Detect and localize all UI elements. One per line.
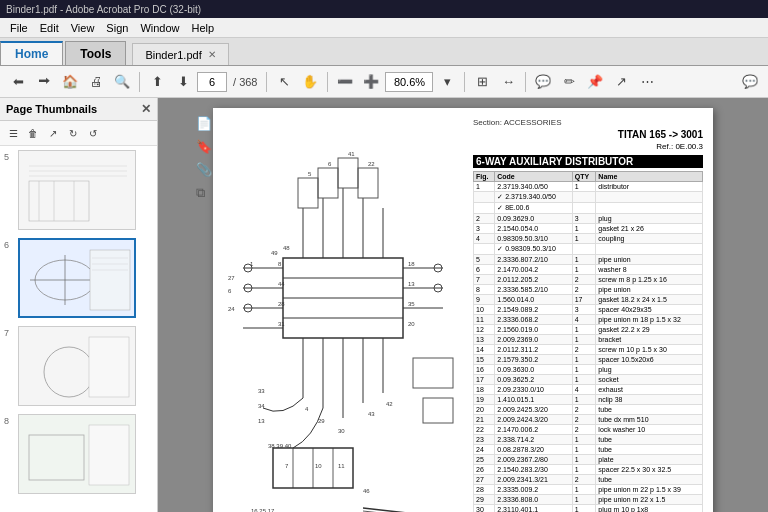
svg-text:10: 10 <box>315 463 322 469</box>
svg-text:34: 34 <box>258 403 265 409</box>
col-qty: QTY <box>572 172 596 182</box>
svg-text:5: 5 <box>308 171 312 177</box>
menu-edit[interactable]: Edit <box>34 22 65 34</box>
zoom-out-icon[interactable]: ➖ <box>333 70 357 94</box>
table-row: 262.1540.283.2/301spacer 22.5 x 30 x 32.… <box>474 465 703 475</box>
table-row: 292.3336.808.01pipe union m 22 x 1.5 <box>474 495 703 505</box>
menu-bar: File Edit View Sign Window Help <box>0 18 768 38</box>
tab-tools[interactable]: Tools <box>65 41 126 65</box>
svg-rect-57 <box>358 168 378 198</box>
table-row: 12.3719.340.0/501distributor <box>474 182 703 192</box>
hand-icon[interactable]: ✋ <box>298 70 322 94</box>
thumbnail-5[interactable]: 5 <box>4 150 153 230</box>
table-row: 202.009.2425.3/202tube <box>474 405 703 415</box>
thumbnail-img-6[interactable] <box>18 238 136 318</box>
separator-3 <box>327 72 328 92</box>
pointer-icon[interactable]: ↖ <box>272 70 296 94</box>
sidebar-header: Page Thumbnails ✕ <box>0 98 157 121</box>
svg-text:29: 29 <box>318 418 325 424</box>
chat-icon[interactable]: 💬 <box>738 70 762 94</box>
svg-text:43: 43 <box>368 411 375 417</box>
layers-icon[interactable]: ⧉ <box>196 185 212 201</box>
section-label: Section: ACCESSORIES <box>473 118 703 127</box>
fit-page-icon[interactable]: ⊞ <box>470 70 494 94</box>
menu-help[interactable]: Help <box>186 22 221 34</box>
pdf-page: 📄 🔖 📎 ⧉ <box>213 108 713 512</box>
tab-file[interactable]: Binder1.pdf ✕ <box>132 43 228 65</box>
svg-text:24: 24 <box>228 306 235 312</box>
svg-text:38 39 40: 38 39 40 <box>268 443 292 449</box>
tab-home[interactable]: Home <box>0 41 63 65</box>
sidebar-extract-icon[interactable]: ↗ <box>44 124 62 142</box>
search-icon[interactable]: 🔍 <box>110 70 134 94</box>
svg-text:11: 11 <box>338 463 345 469</box>
sidebar-rotate-cw-icon[interactable]: ↻ <box>64 124 82 142</box>
distributor-title: 6-WAY AUXILIARY DISTRIBUTOR <box>473 155 703 168</box>
menu-sign[interactable]: Sign <box>100 22 134 34</box>
svg-rect-48 <box>423 398 453 423</box>
thumbnail-img-5[interactable] <box>18 150 136 230</box>
forward-icon[interactable]: ⮕ <box>32 70 56 94</box>
sidebar-thumbnails: 5 6 <box>0 146 157 512</box>
thumbnail-img-7[interactable] <box>18 326 136 406</box>
comment-icon[interactable]: 💬 <box>531 70 555 94</box>
table-row: ✓ 8E.00.6 <box>474 203 703 214</box>
table-row: 32.1540.054.01gasket 21 x 26 <box>474 224 703 234</box>
zoom-in-icon[interactable]: ➕ <box>359 70 383 94</box>
highlight-icon[interactable]: ✏ <box>557 70 581 94</box>
svg-rect-54 <box>298 178 318 208</box>
svg-text:33: 33 <box>258 388 265 394</box>
attachment-icon[interactable]: 📎 <box>196 162 212 177</box>
svg-text:49: 49 <box>271 250 278 256</box>
close-tab-icon[interactable]: ✕ <box>208 49 216 60</box>
zoom-input[interactable] <box>385 72 433 92</box>
back-icon[interactable]: ⬅ <box>6 70 30 94</box>
sidebar: Page Thumbnails ✕ ☰ 🗑 ↗ ↻ ↺ 5 <box>0 98 158 512</box>
menu-window[interactable]: Window <box>134 22 185 34</box>
table-row: 232.338.714.21tube <box>474 435 703 445</box>
thumbnail-img-8[interactable] <box>18 414 136 494</box>
table-row: 222.1470.006.22lock washer 10 <box>474 425 703 435</box>
pdf-area[interactable]: 📄 🔖 📎 ⧉ <box>158 98 768 512</box>
menu-view[interactable]: View <box>65 22 101 34</box>
thumbnail-6[interactable]: 6 <box>4 238 153 318</box>
prev-page-icon[interactable]: ⬆ <box>145 70 169 94</box>
thumbnail-7[interactable]: 7 <box>4 326 153 406</box>
svg-text:6: 6 <box>228 288 232 294</box>
title-text: Binder1.pdf - Adobe Acrobat Pro DC (32-b… <box>6 4 201 15</box>
table-row: 152.1579.350.21spacer 10.5x20x6 <box>474 355 703 365</box>
svg-rect-0 <box>19 151 136 230</box>
sidebar-delete-icon[interactable]: 🗑 <box>24 124 42 142</box>
table-row: ✓ 2.3719.340.0/50 <box>474 192 703 203</box>
more-icon[interactable]: ⋯ <box>635 70 659 94</box>
svg-rect-55 <box>318 168 338 198</box>
svg-text:31: 31 <box>278 321 285 327</box>
sidebar-options-icon[interactable]: ☰ <box>4 124 22 142</box>
bookmark-icon[interactable]: 🔖 <box>196 139 212 154</box>
menu-file[interactable]: File <box>4 22 34 34</box>
zoom-dropdown-icon[interactable]: ▾ <box>435 70 459 94</box>
svg-text:48: 48 <box>283 245 290 251</box>
fit-width-icon[interactable]: ↔ <box>496 70 520 94</box>
svg-rect-56 <box>338 158 358 188</box>
separator-2 <box>266 72 267 92</box>
table-row: 302.3110.401.11plug m 10 p 1x8 <box>474 505 703 513</box>
toolbar-tabs: Home Tools Binder1.pdf ✕ <box>0 38 768 66</box>
page-icon[interactable]: 📄 <box>196 116 212 131</box>
print-icon[interactable]: 🖨 <box>84 70 108 94</box>
next-page-icon[interactable]: ⬇ <box>171 70 195 94</box>
separator-1 <box>139 72 140 92</box>
parts-table: Fig. Code QTY Name 12.3719.340.0/501dist… <box>473 171 703 512</box>
close-sidebar-icon[interactable]: ✕ <box>141 102 151 116</box>
titan-title: TITAN 165 -> 3001 <box>473 129 703 140</box>
home-icon[interactable]: 🏠 <box>58 70 82 94</box>
marker-icon[interactable]: 📌 <box>583 70 607 94</box>
svg-text:4: 4 <box>305 406 309 412</box>
svg-text:20: 20 <box>408 321 415 327</box>
share-icon[interactable]: ↗ <box>609 70 633 94</box>
table-row: 240.08.2878.3/201tube <box>474 445 703 455</box>
nav-controls: ⬆ ⬇ / 368 <box>145 70 261 94</box>
page-number-input[interactable] <box>197 72 227 92</box>
thumbnail-8[interactable]: 8 <box>4 414 153 494</box>
sidebar-rotate-ccw-icon[interactable]: ↺ <box>84 124 102 142</box>
